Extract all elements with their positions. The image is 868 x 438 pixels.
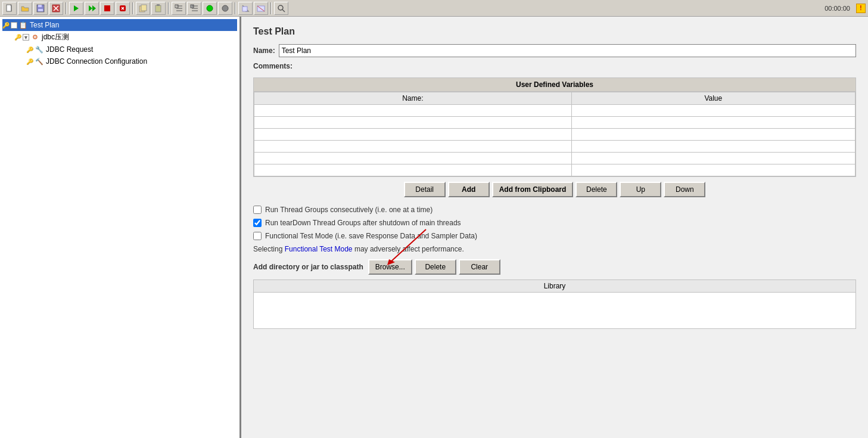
toolbar-collapse-btn[interactable] [187, 2, 201, 15]
checkbox-section: Run Thread Groups consecutively (i.e. on… [253, 206, 856, 240]
tree-expand-2[interactable]: ▼ [23, 34, 29, 41]
udv-col-value: Value [571, 92, 855, 105]
functional-test-label: Functional Test Mode (i.e. save Response… [265, 232, 477, 240]
svg-rect-0 [7, 5, 11, 11]
thread-icon: ⚙ [30, 33, 40, 42]
functional-test-row: Functional Test Mode (i.e. save Response… [253, 232, 856, 240]
toolbar-clear-btn[interactable] [238, 2, 253, 15]
udv-btn-row: Detail Add Add from Clipboard Delete Up … [253, 182, 856, 197]
name-row: Name: [253, 44, 856, 57]
toolbar-copy-btn[interactable] [136, 2, 150, 15]
tree-label-jdbc-request: JDBC Request [46, 45, 93, 54]
tree-item-jdbc-request[interactable]: 🔑 🔧 JDBC Request [2, 44, 237, 55]
name-input[interactable] [279, 44, 856, 57]
toolbar-sep-4 [235, 2, 236, 14]
toolbar-expand-btn[interactable] [172, 2, 186, 15]
svg-rect-17 [157, 4, 160, 6]
toolbar-search-btn[interactable] [274, 2, 288, 15]
udv-body [254, 105, 855, 176]
main-layout: 🔑 ▼ 📋 Test Plan 🔑 ▼ ⚙ jdbc压测 🔑 🔧 JDBC Re… [0, 17, 868, 438]
browse-button[interactable]: Browse... [368, 259, 412, 275]
detail-button[interactable]: Detail [404, 182, 446, 197]
udv-empty-row-6 [254, 164, 855, 176]
toolbar-close-btn[interactable] [49, 2, 63, 15]
svg-rect-3 [38, 9, 43, 11]
tree-item-jdbc-config[interactable]: 🔑 🔨 JDBC Connection Configuration [2, 55, 237, 67]
svg-point-27 [222, 5, 228, 11]
library-body [254, 293, 855, 328]
key-icon-2: 🔑 [14, 34, 21, 41]
svg-marker-9 [92, 5, 96, 11]
udv-empty-row-3 [254, 129, 855, 141]
toolbar-start-btn[interactable] [69, 2, 83, 15]
run-thread-groups-label: Run Thread Groups consecutively (i.e. on… [265, 206, 433, 214]
toolbar-save-btn[interactable] [33, 2, 48, 15]
tree-panel: 🔑 ▼ 📋 Test Plan 🔑 ▼ ⚙ jdbc压测 🔑 🔧 JDBC Re… [0, 17, 241, 438]
up-button[interactable]: Up [620, 182, 661, 197]
delete-button[interactable]: Delete [575, 182, 617, 197]
run-teardown-checkbox[interactable] [253, 219, 262, 227]
udv-empty-row-5 [254, 153, 855, 164]
key-icon-1: 🔑 [2, 22, 10, 29]
run-thread-groups-row: Run Thread Groups consecutively (i.e. on… [253, 206, 856, 214]
toolbar-clear-all-btn[interactable] [254, 2, 268, 15]
functional-test-checkbox[interactable] [253, 232, 262, 240]
svg-line-32 [282, 10, 285, 12]
config-icon: 🔨 [35, 57, 44, 66]
classpath-label: Add directory or jar to classpath [253, 263, 363, 271]
udv-table: Name: Value [254, 92, 855, 176]
name-label: Name: [253, 46, 275, 55]
library-section: Library [253, 279, 856, 329]
classpath-delete-button[interactable]: Delete [415, 259, 456, 275]
content-panel: Test Plan Name: Comments: User Defined V… [241, 17, 868, 438]
comments-row: Comments: [253, 62, 856, 70]
svg-marker-8 [89, 5, 92, 11]
classpath-container: Add directory or jar to classpath Browse… [253, 259, 856, 275]
udv-section: User Defined Variables Name: Value [253, 77, 856, 177]
run-teardown-row: Run tearDown Thread Groups after shutdow… [253, 219, 856, 227]
clear-button[interactable]: Clear [459, 259, 500, 275]
tree-item-jdbc-thread[interactable]: 🔑 ▼ ⚙ jdbc压测 [2, 31, 237, 44]
toolbar-stop-btn[interactable] [100, 2, 114, 15]
toolbar-new-btn[interactable] [2, 2, 17, 15]
svg-rect-28 [242, 7, 247, 11]
toolbar: 00:00:00 ! [0, 0, 868, 17]
svg-point-26 [207, 5, 213, 11]
tree-expand-1[interactable]: ▼ [11, 22, 17, 29]
toolbar-time: 00:00:00 [825, 5, 855, 12]
toolbar-start-no-pauses-btn[interactable] [85, 2, 99, 15]
toolbar-paste-btn[interactable] [151, 2, 166, 15]
tree-item-test-plan[interactable]: 🔑 ▼ 📋 Test Plan [2, 19, 237, 31]
testplan-icon: 📋 [18, 20, 28, 30]
toolbar-sep-5 [270, 2, 272, 14]
toolbar-enable-btn[interactable] [203, 2, 217, 15]
page-title: Test Plan [253, 26, 856, 37]
tree-label-jdbc-config: JDBC Connection Configuration [46, 57, 147, 66]
tree-label-test-plan: Test Plan [30, 21, 59, 29]
hint-text-link[interactable]: Functional Test Mode [285, 245, 353, 253]
toolbar-shutdown-btn[interactable] [116, 2, 130, 15]
classpath-section: Add directory or jar to classpath Browse… [253, 259, 856, 275]
toolbar-sep-3 [168, 2, 169, 14]
jdbc-icon: 🔧 [35, 45, 44, 54]
down-button[interactable]: Down [664, 182, 705, 197]
udv-empty-row-4 [254, 141, 855, 153]
svg-rect-2 [38, 5, 42, 7]
library-header: Library [254, 280, 855, 293]
key-icon-3: 🔑 [26, 46, 33, 53]
hint-text: Selecting Functional Test Mode may adver… [253, 245, 856, 253]
comments-label: Comments: [253, 62, 293, 70]
tree-label-jdbc-thread: jdbc压测 [42, 32, 69, 42]
toolbar-disable-btn[interactable] [218, 2, 232, 15]
udv-col-name: Name: [254, 92, 572, 105]
add-button[interactable]: Add [448, 182, 490, 197]
toolbar-sep-2 [132, 2, 133, 14]
content-inner: Test Plan Name: Comments: User Defined V… [241, 17, 868, 338]
key-icon-4: 🔑 [26, 58, 33, 65]
toolbar-open-btn[interactable] [18, 2, 32, 15]
run-thread-groups-checkbox[interactable] [253, 206, 262, 214]
udv-empty-row-2 [254, 117, 855, 129]
warning-icon: ! [856, 4, 866, 13]
add-clipboard-button[interactable]: Add from Clipboard [492, 182, 574, 197]
udv-header: User Defined Variables [254, 78, 855, 92]
